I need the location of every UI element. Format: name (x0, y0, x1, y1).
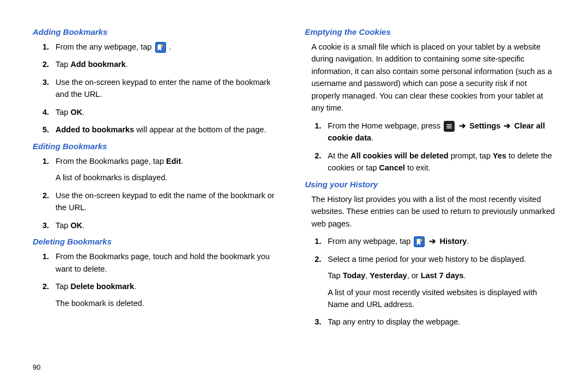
svg-rect-0 (447, 124, 452, 125)
step-number: 1. (305, 120, 328, 144)
bookmark-icon (414, 236, 425, 247)
steps-emptying-cookies: 1. From the Home webpage, press ➔ Settin… (305, 120, 555, 174)
text: From the any webpage, tap (56, 42, 154, 51)
list-item: 1. From the Home webpage, press ➔ Settin… (305, 120, 555, 144)
step-body: From the Home webpage, press ➔ Settings … (328, 120, 555, 144)
list-item: 2. Select a time period for your web his… (305, 253, 555, 311)
step-number: 5. (33, 124, 56, 136)
text: From the Home webpage, press (328, 121, 443, 130)
text: From any webpage, tap (328, 237, 413, 246)
list-item: 3. Tap OK. (33, 219, 283, 231)
text: . (82, 108, 84, 117)
steps-deleting-bookmarks: 1. From the Bookmarks page, touch and ho… (33, 250, 283, 309)
bold: Last 7 days (421, 271, 464, 280)
text: . (467, 237, 469, 246)
step-body: At the All cookies will be deleted promp… (328, 150, 555, 174)
step-body: Tap OK. (56, 106, 283, 118)
list-item: 3. Tap any entry to display the webpage. (305, 316, 555, 328)
step-number: 4. (33, 106, 56, 118)
step-body: Tap Delete bookmark. The bookmark is del… (56, 280, 283, 309)
list-item: 5. Added to bookmarks will appear at the… (33, 124, 283, 136)
step-number: 2. (33, 189, 56, 214)
text: Tap (328, 271, 342, 280)
step-body: Tap any entry to display the webpage. (328, 316, 555, 328)
steps-editing-bookmarks: 1. From the Bookmarks page, tap Edit. A … (33, 155, 283, 231)
step-number: 3. (33, 219, 56, 231)
list-item: 1. From the any webpage, tap . (33, 41, 283, 53)
steps-using-history: 1. From any webpage, tap ➔ History. 2. S… (305, 235, 555, 328)
list-item: 3. Use the on-screen keypad to enter the… (33, 76, 283, 101)
intro-paragraph: The History list provides you with a lis… (311, 193, 555, 230)
list-item: 1. From the Bookmarks page, tap Edit. A … (33, 155, 283, 184)
step-number: 2. (305, 150, 328, 174)
bold: Add bookmark (70, 60, 126, 69)
text: . (126, 60, 128, 69)
list-item: 1. From the Bookmarks page, touch and ho… (33, 250, 283, 275)
menu-icon (444, 121, 455, 132)
bold: Yesterday (370, 271, 407, 280)
bold: All cookies will be deleted (351, 151, 449, 160)
step-body: From any webpage, tap ➔ History. (328, 235, 555, 247)
arrow-icon: ➔ (501, 121, 513, 130)
list-item: 1. From any webpage, tap ➔ History. (305, 235, 555, 247)
bold: History (439, 237, 467, 246)
text: . (371, 133, 373, 142)
bold: Yes (493, 151, 506, 160)
text: , (365, 271, 370, 280)
step-number: 3. (33, 76, 56, 101)
heading-emptying-cookies: Emptying the Cookies (305, 27, 555, 36)
bold: Settings (469, 121, 500, 130)
heading-using-history: Using your History (305, 180, 555, 189)
bold: Edit (166, 157, 181, 166)
left-column: Adding Bookmarks 1. From the any webpage… (33, 22, 283, 376)
page-number: 90 (33, 363, 40, 371)
text: Tap (56, 60, 70, 69)
step-number: 1. (33, 250, 56, 275)
step-body: From the Bookmarks page, touch and hold … (56, 250, 283, 275)
list-item: 4. Tap OK. (33, 106, 283, 118)
step-number: 1. (33, 41, 56, 53)
list-item: 2. Tap Add bookmark. (33, 58, 283, 70)
svg-rect-2 (447, 127, 452, 128)
step-number: 1. (33, 155, 56, 184)
step-body: Select a time period for your web histor… (328, 253, 555, 311)
step-body: From the Bookmarks page, tap Edit. A lis… (56, 155, 283, 184)
text: Tap (56, 282, 70, 291)
step-number: 1. (305, 235, 328, 247)
steps-adding-bookmarks: 1. From the any webpage, tap . 2. Tap Ad… (33, 41, 283, 136)
text: A list of your most recently visited web… (328, 286, 555, 311)
text: . (181, 157, 183, 166)
text: . (134, 282, 136, 291)
bookmark-icon (155, 42, 166, 53)
heading-deleting-bookmarks: Deleting Bookmarks (33, 237, 283, 246)
text: Tap (56, 108, 70, 117)
text: will appear at the bottom of the page. (134, 125, 266, 134)
text: At the (328, 151, 351, 160)
text: . (169, 42, 171, 51)
step-number: 3. (305, 316, 328, 328)
text: prompt, tap (449, 151, 493, 160)
step-body: From the any webpage, tap . (56, 41, 283, 53)
list-item: 2. Use the on-screen keypad to edit the … (33, 189, 283, 214)
text: From the Bookmarks page, tap (56, 157, 166, 166)
step-body: Tap Add bookmark. (56, 58, 283, 70)
text: Tap (56, 221, 70, 230)
text: . (82, 221, 84, 230)
bold: Cancel (379, 163, 405, 172)
text: . (464, 271, 466, 280)
bold: Delete bookmark (70, 282, 134, 291)
heading-adding-bookmarks: Adding Bookmarks (33, 27, 283, 36)
right-column: Emptying the Cookies A cookie is a small… (305, 22, 555, 376)
intro-paragraph: A cookie is a small file which is placed… (311, 41, 555, 114)
manual-page: Adding Bookmarks 1. From the any webpage… (0, 0, 588, 392)
text: A list of bookmarks is displayed. (56, 171, 283, 183)
text: , or (407, 271, 421, 280)
step-body: Tap OK. (56, 219, 283, 231)
list-item: 2. Tap Delete bookmark. The bookmark is … (33, 280, 283, 309)
arrow-icon: ➔ (459, 121, 468, 130)
step-number: 2. (305, 253, 328, 311)
bold: Today (342, 271, 365, 280)
step-body: Use the on-screen keypad to enter the na… (56, 76, 283, 101)
svg-rect-1 (447, 126, 452, 127)
text: The bookmark is deleted. (56, 297, 283, 309)
